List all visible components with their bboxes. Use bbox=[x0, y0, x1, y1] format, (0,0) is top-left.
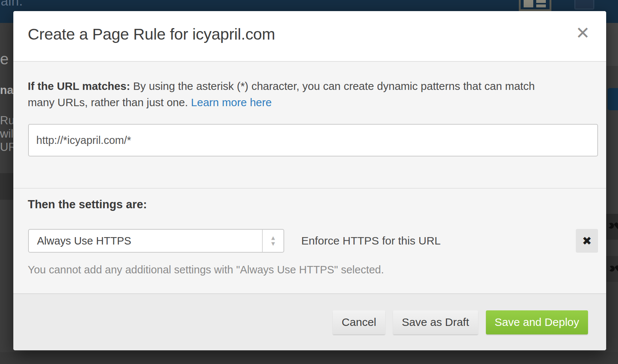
backdrop-table-header bbox=[0, 173, 13, 200]
create-page-rule-modal: Create a Page Rule for icyapril.com ✕ If… bbox=[13, 11, 606, 350]
settings-heading: Then the settings are: bbox=[28, 198, 147, 211]
backdrop-text-fragment: nav bbox=[0, 84, 13, 97]
page-overlay-bottom bbox=[0, 352, 618, 364]
setting-row: Always Use HTTPS ▲ ▼ Enforce HTTPS for t… bbox=[13, 229, 606, 253]
chevron-down-icon: ▼ bbox=[271, 241, 275, 247]
news-icon-line bbox=[536, 0, 546, 3]
page-overlay-left: e nav Ru will UR bbox=[0, 23, 13, 364]
backdrop-text-fragment: UR bbox=[0, 141, 13, 154]
backdrop-text-fragment: will bbox=[0, 127, 13, 141]
close-icon[interactable]: ✕ bbox=[575, 24, 590, 41]
cancel-button[interactable]: Cancel bbox=[333, 310, 385, 334]
url-pattern-input[interactable] bbox=[28, 124, 598, 156]
url-match-label: If the URL matches: bbox=[28, 80, 130, 92]
save-as-draft-button[interactable]: Save as Draft bbox=[393, 310, 478, 334]
setting-description: Enforce HTTPS for this URL bbox=[301, 229, 441, 253]
modal-footer: Cancel Save as Draft Save and Deploy bbox=[13, 293, 606, 350]
section-divider bbox=[13, 188, 606, 189]
remove-setting-button[interactable]: ✖ bbox=[576, 229, 598, 253]
backdrop-button-fragment bbox=[608, 88, 618, 110]
setting-note: You cannot add any additional settings w… bbox=[28, 264, 384, 276]
page-overlay-right bbox=[606, 23, 618, 364]
url-match-text-line1: By using the asterisk (*) character, you… bbox=[130, 80, 535, 92]
news-icon bbox=[519, 0, 551, 11]
modal-body: If the URL matches: By using the asteris… bbox=[13, 62, 606, 293]
save-and-deploy-button[interactable]: Save and Deploy bbox=[486, 310, 588, 334]
news-icon-block bbox=[524, 0, 533, 7]
select-spinner[interactable]: ▲ ▼ bbox=[262, 230, 283, 252]
header-app-icon bbox=[574, 0, 594, 10]
header-text-fragment: ain. bbox=[1, 0, 23, 9]
setting-select-value: Always Use HTTPS bbox=[29, 230, 262, 252]
modal-header: Create a Page Rule for icyapril.com ✕ bbox=[13, 11, 606, 62]
learn-more-link[interactable]: Learn more here bbox=[191, 96, 272, 108]
chevron-up-icon: ▲ bbox=[271, 235, 275, 241]
modal-title: Create a Page Rule for icyapril.com bbox=[28, 25, 275, 43]
backdrop-text-fragment: Ru bbox=[0, 114, 13, 127]
setting-select[interactable]: Always Use HTTPS ▲ ▼ bbox=[28, 229, 284, 253]
backdrop-text-fragment: e bbox=[0, 50, 9, 68]
news-icon-line bbox=[536, 4, 546, 7]
remove-setting-icon: ✖ bbox=[582, 234, 592, 247]
url-match-description: If the URL matches: By using the asteris… bbox=[28, 78, 590, 111]
url-match-text-line2: many URLs, rather than just one. bbox=[28, 96, 191, 108]
